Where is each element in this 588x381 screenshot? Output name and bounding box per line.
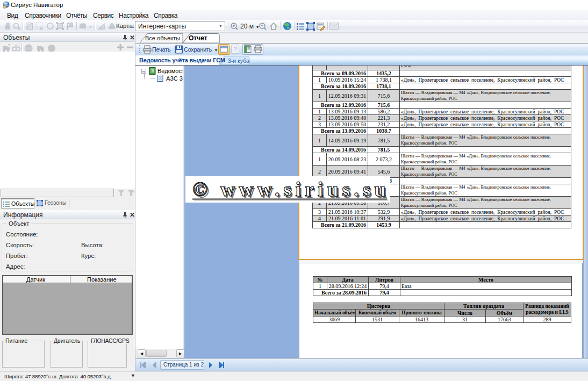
svg-text:© www.sirius.su: © www.sirius.su (192, 178, 390, 200)
